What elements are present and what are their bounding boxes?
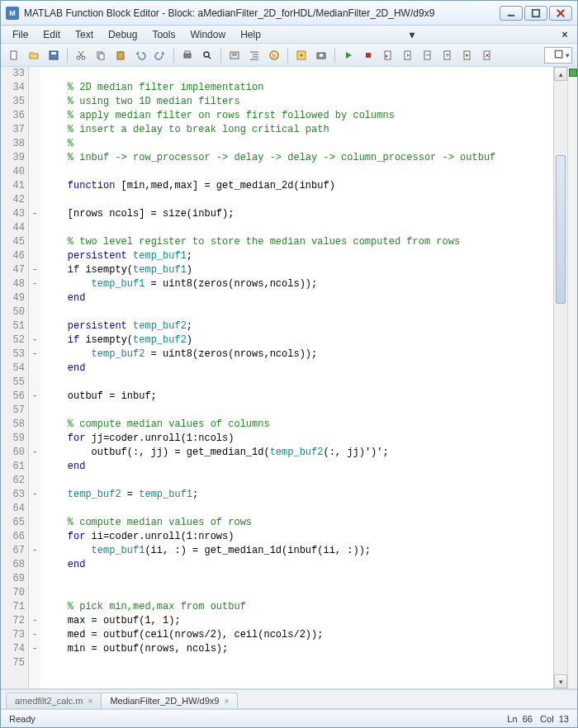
scroll-up-icon[interactable]: ▴ (554, 67, 567, 81)
redo-icon[interactable] (152, 47, 168, 64)
svg-rect-15 (184, 54, 191, 58)
svg-rect-31 (366, 53, 371, 58)
file-tab-inactive[interactable]: amedfilt2_calc.m × (6, 693, 102, 708)
build-icon[interactable] (313, 47, 329, 64)
svg-point-30 (320, 54, 323, 57)
code-analyzer-indicator (569, 69, 577, 77)
close-button[interactable] (549, 6, 572, 21)
svg-rect-13 (117, 52, 124, 59)
file-tab-label: amedfilt2_calc.m (15, 696, 83, 706)
file-tab-label: MedianFilter_2D_HW/d9x9 (110, 696, 219, 706)
step-over-icon[interactable] (419, 47, 436, 64)
indent-icon[interactable] (246, 47, 263, 64)
toolbar-right: ▾ (544, 47, 572, 64)
step-in-icon[interactable] (400, 47, 416, 64)
code-editor[interactable]: % 2D median filter implementation % usin… (40, 67, 553, 688)
toolbar-sep (67, 48, 68, 63)
code-analyzer-bar[interactable] (567, 67, 577, 688)
comment-icon[interactable] (226, 47, 243, 64)
file-tabbar: amedfilt2_calc.m × MedianFilter_2D_HW/d9… (1, 689, 577, 709)
svg-line-18 (208, 56, 211, 59)
stack-combo[interactable]: ▾ (544, 47, 572, 64)
status-col-label: Col (540, 714, 554, 724)
menubar-aux-arrow[interactable]: ▾ (405, 29, 419, 40)
run-icon[interactable] (340, 47, 357, 64)
open-icon[interactable] (26, 47, 42, 64)
step-out-icon[interactable] (439, 47, 456, 64)
menu-window[interactable]: Window (183, 27, 232, 42)
menu-text[interactable]: Text (69, 27, 100, 42)
close-tab-icon[interactable]: × (88, 697, 93, 706)
exit-debug-icon[interactable] (479, 47, 495, 64)
svg-rect-12 (99, 54, 104, 59)
undo-icon[interactable] (132, 47, 149, 64)
paste-icon[interactable] (112, 47, 129, 64)
continue-icon[interactable] (459, 47, 476, 64)
app-icon: M (6, 7, 19, 20)
scroll-thumb[interactable] (556, 155, 566, 304)
save-icon[interactable] (45, 47, 62, 64)
cut-icon[interactable] (73, 47, 89, 64)
copy-icon[interactable] (92, 47, 109, 64)
menu-tools[interactable]: Tools (145, 27, 182, 42)
menu-edit[interactable]: Edit (36, 27, 67, 42)
svg-text:fx: fx (272, 53, 277, 59)
window-controls (500, 6, 572, 21)
toolbar-sep (173, 48, 174, 63)
menu-file[interactable]: File (6, 27, 35, 42)
function-browser-icon[interactable]: fx (266, 47, 282, 64)
statusbar: Ready Ln 66 Col 13 (1, 709, 577, 727)
minimize-button[interactable] (500, 6, 523, 21)
scroll-down-icon[interactable]: ▾ (554, 674, 567, 688)
new-icon[interactable] (6, 47, 22, 64)
line-number-gutter[interactable]: 3334353637383940414243444546474849505152… (1, 67, 29, 688)
status-ln-label: Ln (507, 714, 517, 724)
menubar-aux-close[interactable]: × (557, 29, 572, 40)
titlebar: M MATLAB Function Block Editor - Block: … (1, 1, 577, 26)
toolbar-sep (220, 48, 221, 63)
toolbar-sep (287, 48, 288, 63)
scroll-track[interactable] (554, 81, 567, 674)
svg-rect-1 (533, 9, 539, 16)
status-ln-value: 66 (523, 714, 533, 724)
fold-column[interactable]: - -- -- - - - - --- (29, 67, 40, 688)
menu-help[interactable]: Help (234, 27, 268, 42)
toolbar-sep (334, 48, 335, 63)
file-tab-active[interactable]: MedianFilter_2D_HW/d9x9 × (101, 693, 238, 708)
menubar: File Edit Text Debug Tools Window Help ▾… (1, 26, 577, 44)
vertical-scrollbar[interactable]: ▴ ▾ (553, 67, 567, 688)
status-ready: Ready (9, 714, 36, 724)
stop-icon[interactable] (360, 47, 377, 64)
close-tab-icon[interactable]: × (224, 697, 229, 706)
svg-rect-41 (555, 50, 561, 57)
svg-point-33 (386, 54, 388, 57)
goto-icon[interactable] (293, 47, 310, 64)
svg-rect-14 (119, 51, 122, 53)
svg-rect-4 (11, 51, 17, 59)
find-icon[interactable] (199, 47, 216, 64)
code-area: 3334353637383940414243444546474849505152… (1, 67, 577, 689)
window-title: MATLAB Function Block Editor - Block: aM… (24, 7, 500, 19)
breakpoint-icon[interactable] (380, 47, 396, 64)
toolbar: fx ▾ (1, 44, 577, 67)
print-icon[interactable] (179, 47, 196, 64)
status-col-value: 13 (559, 714, 569, 724)
menu-debug[interactable]: Debug (102, 27, 144, 42)
maximize-button[interactable] (524, 6, 547, 21)
svg-rect-16 (185, 51, 190, 54)
svg-rect-6 (51, 52, 56, 54)
